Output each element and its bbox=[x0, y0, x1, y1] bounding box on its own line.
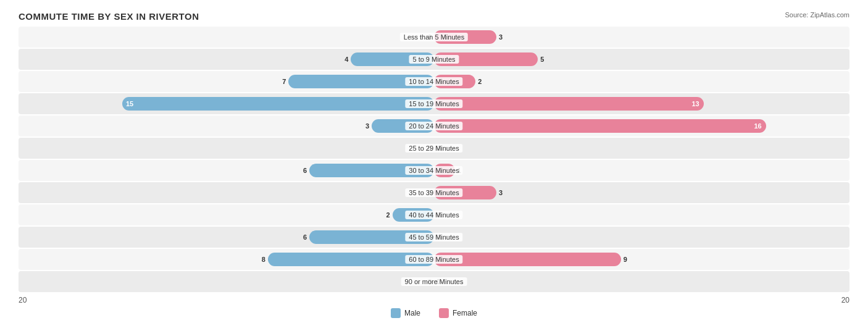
row-inner: 5 to 9 Minutes45 bbox=[19, 49, 849, 70]
legend: Male Female bbox=[19, 308, 849, 318]
legend-male-label: Male bbox=[404, 309, 420, 317]
chart-row: 35 to 39 Minutes03 bbox=[19, 182, 849, 203]
chart-area: Less than 5 Minutes035 to 9 Minutes4510 … bbox=[19, 27, 849, 292]
row-label: Less than 5 Minutes bbox=[400, 33, 468, 41]
chart-row: 45 to 59 Minutes60 bbox=[19, 227, 849, 248]
row-inner: Less than 5 Minutes03 bbox=[19, 27, 849, 48]
chart-container: COMMUTE TIME BY SEX IN RIVERTON Source: … bbox=[0, 0, 868, 323]
legend-female-box bbox=[439, 308, 449, 318]
bar-male bbox=[122, 97, 434, 111]
row-inner: 15 to 19 Minutes1513 bbox=[19, 93, 849, 114]
val-male: 7 bbox=[282, 78, 286, 85]
row-inner: 30 to 34 Minutes61 bbox=[19, 160, 849, 181]
row-label: 90 or more Minutes bbox=[401, 277, 467, 286]
chart-row: 5 to 9 Minutes45 bbox=[19, 49, 849, 70]
legend-female: Female bbox=[439, 308, 477, 318]
x-axis-left: 20 bbox=[19, 296, 27, 304]
chart-row: 25 to 29 Minutes00 bbox=[19, 138, 849, 159]
chart-title: COMMUTE TIME BY SEX IN RIVERTON bbox=[19, 11, 849, 22]
x-axis: 20 20 bbox=[19, 293, 849, 304]
val-female: 5 bbox=[540, 56, 544, 63]
row-inner: 20 to 24 Minutes316 bbox=[19, 115, 849, 136]
val-male: 3 bbox=[365, 122, 369, 130]
bar-female bbox=[434, 119, 766, 133]
chart-row: 15 to 19 Minutes1513 bbox=[19, 93, 849, 114]
bar-female bbox=[434, 97, 704, 111]
val-male: 6 bbox=[303, 167, 307, 174]
row-inner: 25 to 29 Minutes00 bbox=[19, 138, 849, 159]
row-label: 25 to 29 Minutes bbox=[405, 144, 462, 153]
row-inner: 90 or more Minutes00 bbox=[19, 271, 849, 292]
source-label: Source: ZipAtlas.com bbox=[785, 11, 849, 19]
row-label: 45 to 59 Minutes bbox=[405, 233, 462, 241]
val-female: 9 bbox=[624, 256, 627, 263]
row-inner: 35 to 39 Minutes03 bbox=[19, 182, 849, 203]
val-male: 8 bbox=[262, 256, 265, 263]
legend-male-box bbox=[391, 308, 401, 318]
legend-female-label: Female bbox=[453, 309, 477, 317]
chart-row: 90 or more Minutes00 bbox=[19, 271, 849, 292]
chart-row: 40 to 44 Minutes20 bbox=[19, 204, 849, 225]
x-axis-right: 20 bbox=[841, 296, 849, 304]
val-male: 2 bbox=[386, 211, 390, 219]
chart-row: 60 to 89 Minutes89 bbox=[19, 249, 849, 270]
row-inner: 45 to 59 Minutes60 bbox=[19, 227, 849, 248]
row-label: 15 to 19 Minutes bbox=[405, 99, 462, 108]
row-label: 30 to 34 Minutes bbox=[405, 166, 462, 175]
val-female: 3 bbox=[499, 33, 503, 41]
row-label: 35 to 39 Minutes bbox=[405, 188, 462, 197]
row-label: 20 to 24 Minutes bbox=[405, 122, 462, 130]
row-inner: 10 to 14 Minutes72 bbox=[19, 71, 849, 92]
row-inner: 60 to 89 Minutes89 bbox=[19, 249, 849, 270]
chart-row: 10 to 14 Minutes72 bbox=[19, 71, 849, 92]
legend-male: Male bbox=[391, 308, 420, 318]
row-label: 5 to 9 Minutes bbox=[409, 55, 459, 64]
row-label: 10 to 14 Minutes bbox=[405, 77, 462, 86]
chart-row: 20 to 24 Minutes316 bbox=[19, 115, 849, 136]
val-female: 2 bbox=[478, 78, 482, 85]
val-female: 13 bbox=[691, 100, 699, 107]
val-male: 4 bbox=[344, 56, 348, 63]
chart-row: Less than 5 Minutes03 bbox=[19, 27, 849, 48]
row-label: 60 to 89 Minutes bbox=[405, 255, 462, 264]
val-male: 15 bbox=[126, 100, 133, 107]
val-female: 3 bbox=[499, 189, 503, 196]
chart-row: 30 to 34 Minutes61 bbox=[19, 160, 849, 181]
val-female: 16 bbox=[754, 122, 761, 130]
row-label: 40 to 44 Minutes bbox=[405, 211, 462, 219]
row-inner: 40 to 44 Minutes20 bbox=[19, 204, 849, 225]
val-male: 6 bbox=[303, 233, 307, 241]
